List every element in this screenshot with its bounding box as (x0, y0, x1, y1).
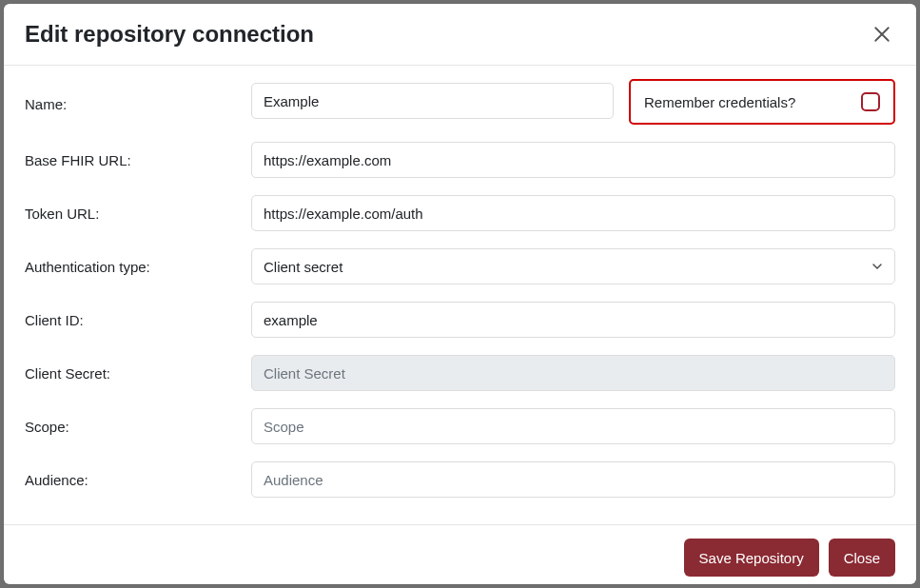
name-input[interactable] (251, 83, 614, 119)
client-id-label: Client ID: (25, 312, 251, 328)
client-secret-input[interactable] (251, 355, 895, 391)
remember-credentials-box: Remember credentials? (629, 79, 895, 125)
client-secret-label: Client Secret: (25, 365, 251, 382)
base-url-label: Base FHIR URL: (25, 152, 251, 168)
remember-credentials-checkbox[interactable] (861, 92, 880, 111)
dialog-title: Edit repository connection (25, 21, 314, 48)
scope-label: Scope: (25, 419, 251, 435)
edit-repository-dialog: Edit repository connection Name: Remembe… (4, 4, 916, 584)
auth-type-select[interactable]: Client secret (251, 248, 895, 284)
field-row-auth-type: Authentication type: Client secret (25, 248, 895, 284)
close-icon[interactable] (869, 21, 895, 48)
dialog-footer: Save Repository Close (4, 524, 916, 588)
field-row-token-url: Token URL: (25, 195, 895, 231)
token-url-input[interactable] (251, 195, 895, 231)
save-repository-button[interactable]: Save Repository (684, 539, 819, 577)
name-label: Name: (25, 96, 251, 112)
audience-label: Audience: (25, 472, 251, 488)
client-id-input[interactable] (251, 302, 895, 338)
token-url-label: Token URL: (25, 206, 251, 222)
auth-type-label: Authentication type: (25, 259, 251, 275)
field-row-base-url: Base FHIR URL: (25, 142, 895, 178)
auth-type-value: Client secret (264, 259, 343, 275)
field-row-client-secret: Client Secret: (25, 355, 895, 391)
field-row-scope: Scope: (25, 408, 895, 444)
field-row-client-id: Client ID: (25, 302, 895, 338)
field-row-audience: Audience: (25, 461, 895, 498)
remember-credentials-label: Remember credentials? (644, 94, 795, 110)
close-button[interactable]: Close (829, 539, 895, 577)
dialog-body: Name: Remember credentials? Base FHIR UR… (4, 66, 916, 524)
base-url-input[interactable] (251, 142, 895, 178)
chevron-down-icon (871, 261, 883, 272)
scope-input[interactable] (251, 408, 895, 444)
dialog-header: Edit repository connection (4, 4, 916, 66)
audience-input[interactable] (251, 461, 895, 498)
field-row-name: Name: Remember credentials? (25, 83, 895, 125)
